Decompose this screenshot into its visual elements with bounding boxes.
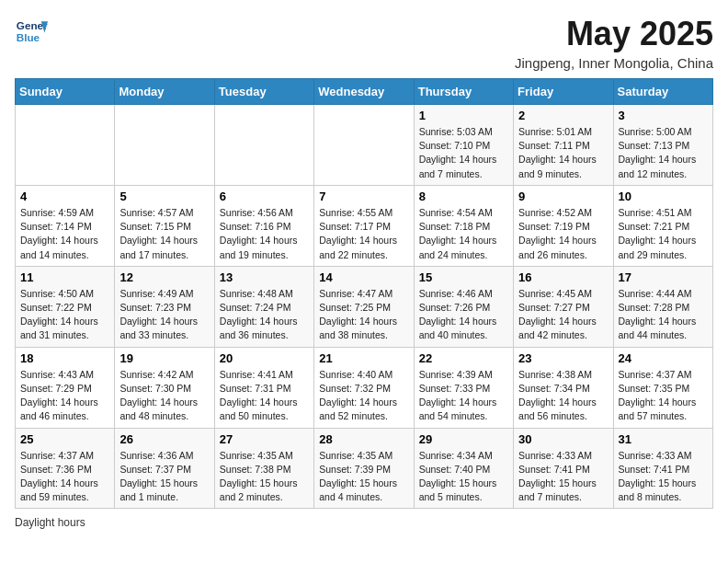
day-info: Sunrise: 5:00 AMSunset: 7:13 PMDaylight:…	[619, 125, 708, 181]
calendar-cell: 19Sunrise: 4:42 AMSunset: 7:30 PMDayligh…	[115, 347, 214, 428]
day-number: 15	[419, 270, 508, 284]
calendar-cell: 21Sunrise: 4:40 AMSunset: 7:32 PMDayligh…	[314, 347, 414, 428]
calendar-cell: 27Sunrise: 4:35 AMSunset: 7:38 PMDayligh…	[214, 428, 313, 509]
calendar-cell	[314, 105, 414, 186]
calendar-cell: 10Sunrise: 4:51 AMSunset: 7:21 PMDayligh…	[613, 185, 712, 266]
col-header-thursday: Thursday	[414, 79, 513, 105]
calendar-cell: 18Sunrise: 4:43 AMSunset: 7:29 PMDayligh…	[16, 347, 115, 428]
calendar-cell: 17Sunrise: 4:44 AMSunset: 7:28 PMDayligh…	[613, 266, 712, 347]
calendar-cell: 30Sunrise: 4:33 AMSunset: 7:41 PMDayligh…	[514, 428, 613, 509]
day-info: Sunrise: 4:37 AMSunset: 7:35 PMDaylight:…	[619, 368, 708, 424]
day-number: 22	[419, 351, 508, 365]
day-number: 23	[518, 351, 608, 365]
day-number: 10	[619, 190, 708, 203]
day-info: Sunrise: 4:49 AMSunset: 7:23 PMDaylight:…	[119, 287, 209, 343]
calendar-cell: 25Sunrise: 4:37 AMSunset: 7:36 PMDayligh…	[16, 428, 115, 509]
day-info: Sunrise: 4:51 AMSunset: 7:21 PMDaylight:…	[619, 206, 708, 262]
day-info: Sunrise: 4:56 AMSunset: 7:16 PMDaylight:…	[220, 206, 309, 262]
day-info: Sunrise: 4:39 AMSunset: 7:33 PMDaylight:…	[419, 368, 508, 424]
day-number: 3	[619, 109, 708, 122]
calendar-cell: 8Sunrise: 4:54 AMSunset: 7:18 PMDaylight…	[414, 185, 513, 266]
calendar-cell: 12Sunrise: 4:49 AMSunset: 7:23 PMDayligh…	[115, 266, 214, 347]
calendar-cell: 28Sunrise: 4:35 AMSunset: 7:39 PMDayligh…	[314, 428, 414, 509]
logo-icon: General Blue	[15, 15, 48, 48]
day-number: 2	[518, 109, 608, 122]
day-number: 27	[220, 432, 309, 446]
calendar-cell: 26Sunrise: 4:36 AMSunset: 7:37 PMDayligh…	[115, 428, 214, 509]
calendar-cell: 22Sunrise: 4:39 AMSunset: 7:33 PMDayligh…	[414, 347, 513, 428]
calendar-cell: 31Sunrise: 4:33 AMSunset: 7:41 PMDayligh…	[613, 428, 712, 509]
day-number: 28	[319, 432, 408, 446]
day-number: 20	[220, 351, 309, 365]
day-info: Sunrise: 4:44 AMSunset: 7:28 PMDaylight:…	[619, 287, 708, 343]
day-info: Sunrise: 4:33 AMSunset: 7:41 PMDaylight:…	[518, 449, 608, 505]
day-number: 1	[419, 109, 508, 122]
day-info: Sunrise: 4:36 AMSunset: 7:37 PMDaylight:…	[119, 449, 209, 505]
calendar-cell: 23Sunrise: 4:38 AMSunset: 7:34 PMDayligh…	[514, 347, 613, 428]
day-number: 4	[20, 190, 109, 203]
calendar-week-1: 1Sunrise: 5:03 AMSunset: 7:10 PMDaylight…	[16, 105, 713, 186]
day-number: 16	[518, 270, 608, 284]
day-info: Sunrise: 4:40 AMSunset: 7:32 PMDaylight:…	[319, 368, 408, 424]
col-header-friday: Friday	[514, 79, 613, 105]
day-info: Sunrise: 4:35 AMSunset: 7:39 PMDaylight:…	[319, 449, 408, 505]
calendar-cell: 2Sunrise: 5:01 AMSunset: 7:11 PMDaylight…	[514, 105, 613, 186]
col-header-monday: Monday	[115, 79, 214, 105]
calendar-cell: 11Sunrise: 4:50 AMSunset: 7:22 PMDayligh…	[16, 266, 115, 347]
day-info: Sunrise: 4:55 AMSunset: 7:17 PMDaylight:…	[319, 206, 408, 262]
day-number: 7	[319, 190, 408, 203]
day-number: 9	[518, 190, 608, 203]
col-header-wednesday: Wednesday	[314, 79, 414, 105]
footer-label: Daylight hours	[15, 516, 713, 529]
day-info: Sunrise: 4:37 AMSunset: 7:36 PMDaylight:…	[20, 449, 109, 505]
day-info: Sunrise: 4:34 AMSunset: 7:40 PMDaylight:…	[419, 449, 508, 505]
day-number: 11	[20, 270, 109, 284]
calendar-week-4: 18Sunrise: 4:43 AMSunset: 7:29 PMDayligh…	[16, 347, 713, 428]
calendar-header-row: SundayMondayTuesdayWednesdayThursdayFrid…	[16, 79, 713, 105]
day-number: 31	[619, 432, 708, 446]
calendar-week-2: 4Sunrise: 4:59 AMSunset: 7:14 PMDaylight…	[16, 185, 713, 266]
day-info: Sunrise: 4:41 AMSunset: 7:31 PMDaylight:…	[220, 368, 309, 424]
calendar-cell	[115, 105, 214, 186]
day-info: Sunrise: 4:48 AMSunset: 7:24 PMDaylight:…	[220, 287, 309, 343]
calendar-table: SundayMondayTuesdayWednesdayThursdayFrid…	[15, 78, 713, 509]
day-info: Sunrise: 4:59 AMSunset: 7:14 PMDaylight:…	[20, 206, 109, 262]
day-info: Sunrise: 4:35 AMSunset: 7:38 PMDaylight:…	[220, 449, 309, 505]
day-info: Sunrise: 4:57 AMSunset: 7:15 PMDaylight:…	[119, 206, 209, 262]
day-number: 12	[119, 270, 209, 284]
calendar-cell	[214, 105, 313, 186]
calendar-cell: 9Sunrise: 4:52 AMSunset: 7:19 PMDaylight…	[514, 185, 613, 266]
day-number: 26	[119, 432, 209, 446]
calendar-cell: 4Sunrise: 4:59 AMSunset: 7:14 PMDaylight…	[16, 185, 115, 266]
col-header-sunday: Sunday	[16, 79, 115, 105]
calendar-cell: 3Sunrise: 5:00 AMSunset: 7:13 PMDaylight…	[613, 105, 712, 186]
day-info: Sunrise: 4:38 AMSunset: 7:34 PMDaylight:…	[518, 368, 608, 424]
day-number: 21	[319, 351, 408, 365]
calendar-cell: 20Sunrise: 4:41 AMSunset: 7:31 PMDayligh…	[214, 347, 313, 428]
day-info: Sunrise: 4:52 AMSunset: 7:19 PMDaylight:…	[518, 206, 608, 262]
day-number: 6	[220, 190, 309, 203]
page-header: General Blue May 2025 Jingpeng, Inner Mo…	[15, 15, 713, 71]
calendar-cell: 7Sunrise: 4:55 AMSunset: 7:17 PMDaylight…	[314, 185, 414, 266]
day-info: Sunrise: 4:46 AMSunset: 7:26 PMDaylight:…	[419, 287, 508, 343]
day-info: Sunrise: 4:50 AMSunset: 7:22 PMDaylight:…	[20, 287, 109, 343]
day-number: 18	[20, 351, 109, 365]
day-info: Sunrise: 4:47 AMSunset: 7:25 PMDaylight:…	[319, 287, 408, 343]
calendar-week-3: 11Sunrise: 4:50 AMSunset: 7:22 PMDayligh…	[16, 266, 713, 347]
calendar-cell: 6Sunrise: 4:56 AMSunset: 7:16 PMDaylight…	[214, 185, 313, 266]
day-info: Sunrise: 4:54 AMSunset: 7:18 PMDaylight:…	[419, 206, 508, 262]
day-number: 24	[619, 351, 708, 365]
col-header-saturday: Saturday	[613, 79, 712, 105]
day-info: Sunrise: 4:42 AMSunset: 7:30 PMDaylight:…	[119, 368, 209, 424]
calendar-cell	[16, 105, 115, 186]
day-info: Sunrise: 5:01 AMSunset: 7:11 PMDaylight:…	[518, 125, 608, 181]
calendar-week-5: 25Sunrise: 4:37 AMSunset: 7:36 PMDayligh…	[16, 428, 713, 509]
daylight-hours-label: Daylight hours	[15, 516, 85, 529]
title-block: May 2025 Jingpeng, Inner Mongolia, China	[515, 15, 713, 71]
calendar-cell: 15Sunrise: 4:46 AMSunset: 7:26 PMDayligh…	[414, 266, 513, 347]
day-number: 30	[518, 432, 608, 446]
calendar-cell: 14Sunrise: 4:47 AMSunset: 7:25 PMDayligh…	[314, 266, 414, 347]
day-info: Sunrise: 4:45 AMSunset: 7:27 PMDaylight:…	[518, 287, 608, 343]
logo: General Blue	[15, 15, 48, 48]
day-number: 14	[319, 270, 408, 284]
